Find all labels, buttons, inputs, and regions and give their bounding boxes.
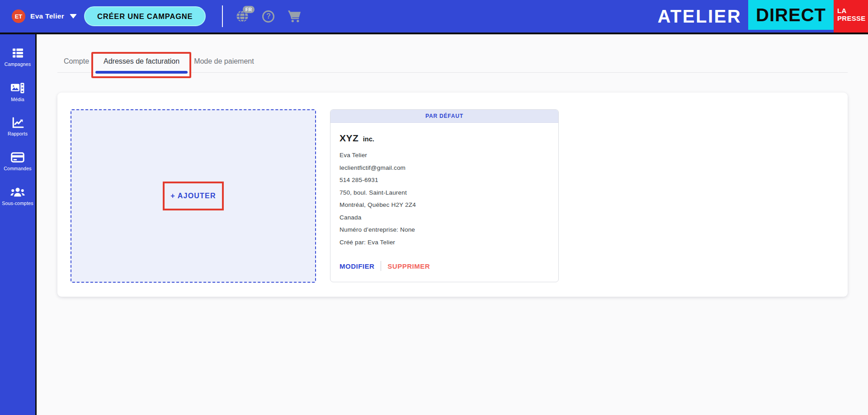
orders-icon xyxy=(11,152,24,163)
address-city: Montréal, Québec H2Y 2Z4 xyxy=(340,201,549,209)
user-name[interactable]: Eva Telier xyxy=(30,12,64,20)
sidebar-item-label: Rapports xyxy=(8,131,28,136)
avatar[interactable]: ET xyxy=(12,9,25,23)
address-street: 750, boul. Saint-Laurent xyxy=(340,189,549,197)
chevron-down-icon[interactable] xyxy=(70,14,77,19)
company-name-suffix: inc. xyxy=(363,135,374,143)
top-header: ET Eva Telier CRÉER UNE CAMPAGNE FR ? xyxy=(0,0,868,33)
sidebar-item-media[interactable]: Média xyxy=(0,75,35,109)
tab-compte[interactable]: Compte xyxy=(57,57,95,72)
business-number: Numéro d’entreprise: None xyxy=(340,226,549,234)
tab-bar: Compte Adresses de facturation Mode de p… xyxy=(57,34,848,73)
sidebar-item-commandes[interactable]: Commandes xyxy=(0,144,35,179)
sidebar: Campagnes Média Rapports xyxy=(0,34,37,415)
lapresse-logo: LA PRESSE xyxy=(834,0,868,33)
actions-divider xyxy=(381,261,381,271)
reports-icon xyxy=(12,117,24,128)
brand-logo[interactable]: ATELIER DIRECT LA PRESSE xyxy=(657,0,868,33)
media-icon xyxy=(11,82,24,94)
tab-mode-de-paiement[interactable]: Mode de paiement xyxy=(188,57,260,72)
tab-adresses-de-facturation[interactable]: Adresses de facturation xyxy=(95,57,188,72)
language-badge: FR xyxy=(243,6,255,13)
tab-label: Adresses de facturation xyxy=(104,57,179,65)
modify-button[interactable]: MODIFIER xyxy=(340,262,374,270)
active-tab-underline xyxy=(95,71,188,74)
card-actions: MODIFIER SUPPRIMER xyxy=(330,261,558,282)
address-country: Canada xyxy=(340,214,549,222)
language-globe-button[interactable]: FR xyxy=(236,9,249,23)
annotation-box-active-tab xyxy=(91,52,191,78)
billing-address-card: PAR DÉFAUT XYZ inc. Eva Telier leclientf… xyxy=(330,109,559,282)
sidebar-item-label: Campagnes xyxy=(5,61,31,67)
contact-email: leclientfictif@gmail.com xyxy=(340,164,549,172)
company-name: XYZ inc. xyxy=(340,133,549,144)
lapresse-line1: LA xyxy=(837,7,847,14)
create-campaign-button[interactable]: CRÉER UNE CAMPAGNE xyxy=(84,6,206,26)
contact-phone: 514 285-6931 xyxy=(340,177,549,184)
header-divider xyxy=(222,5,223,27)
created-by: Créé par: Eva Telier xyxy=(340,239,549,247)
default-badge: PAR DÉFAUT xyxy=(330,110,558,123)
cart-icon[interactable] xyxy=(288,10,301,23)
sidebar-item-rapports[interactable]: Rapports xyxy=(0,109,35,144)
add-address-dropzone: + AJOUTER xyxy=(71,109,316,283)
lapresse-line2: PRESSE xyxy=(837,14,866,22)
main-content: Compte Adresses de facturation Mode de p… xyxy=(37,34,868,415)
contact-name: Eva Telier xyxy=(340,152,549,159)
help-icon[interactable]: ? xyxy=(262,10,274,23)
add-address-button[interactable]: + AJOUTER xyxy=(170,192,216,200)
annotation-box-ajouter: + AJOUTER xyxy=(163,182,224,210)
billing-addresses-panel: + AJOUTER PAR DÉFAUT XYZ inc. Eva Telier… xyxy=(57,93,848,297)
sidebar-item-label: Média xyxy=(11,97,24,102)
company-name-main: XYZ xyxy=(340,133,359,143)
brand-direct-block: DIRECT xyxy=(748,0,834,30)
sidebar-item-campagnes[interactable]: Campagnes xyxy=(0,40,35,75)
sidebar-item-label: Sous-comptes xyxy=(2,201,33,206)
sidebar-item-sous-comptes[interactable]: Sous-comptes xyxy=(0,179,35,214)
brand-atelier-text: ATELIER xyxy=(657,6,741,27)
sidebar-item-label: Commandes xyxy=(4,166,31,171)
campaigns-icon xyxy=(12,47,24,59)
subaccounts-icon xyxy=(10,187,25,198)
delete-button[interactable]: SUPPRIMER xyxy=(387,262,430,270)
